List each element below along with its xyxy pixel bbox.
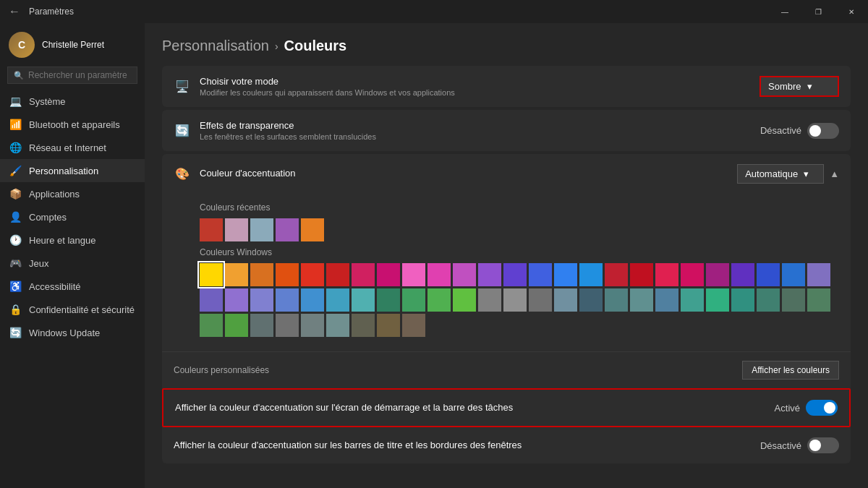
windows-color-swatch[interactable] xyxy=(377,288,400,312)
recent-color-swatch[interactable] xyxy=(276,218,299,241)
reseau-icon: 🌐 xyxy=(9,141,22,154)
windows-color-swatch[interactable] xyxy=(402,314,425,337)
windows-color-swatch[interactable] xyxy=(605,263,628,286)
windows-color-swatch[interactable] xyxy=(731,263,754,286)
windows-color-swatch[interactable] xyxy=(782,288,805,312)
windows-color-swatch[interactable] xyxy=(529,288,552,312)
search-box[interactable]: 🔍 xyxy=(7,67,137,84)
afficher-couleurs-button[interactable]: Afficher les couleurs xyxy=(742,361,839,380)
windows-color-swatch[interactable] xyxy=(782,263,805,286)
restore-button[interactable]: ❐ xyxy=(801,0,835,23)
accessibilite-icon: ♿ xyxy=(9,280,22,293)
windows-color-swatch[interactable] xyxy=(579,263,603,286)
windows-color-swatch[interactable] xyxy=(276,314,299,337)
windows-color-swatch[interactable] xyxy=(681,288,704,312)
windows-color-swatch[interactable] xyxy=(478,288,501,312)
search-input[interactable] xyxy=(28,70,131,80)
windows-color-swatch[interactable] xyxy=(326,314,349,337)
windows-color-swatch[interactable] xyxy=(377,263,400,286)
sidebar-item-bluetooth[interactable]: 📶Bluetooth et appareils xyxy=(0,113,145,136)
accent-collapse-icon[interactable]: ▲ xyxy=(830,168,839,179)
sidebar-item-reseau[interactable]: 🌐Réseau et Internet xyxy=(0,136,145,159)
windows-color-swatch[interactable] xyxy=(276,288,299,312)
windows-color-swatch[interactable] xyxy=(402,288,425,312)
sidebar-nav: 💻Système📶Bluetooth et appareils🌐Réseau e… xyxy=(0,87,145,488)
windows-color-swatch[interactable] xyxy=(352,314,375,337)
sidebar-item-windows_update[interactable]: 🔄Windows Update xyxy=(0,321,145,344)
windows-color-swatch[interactable] xyxy=(605,288,628,312)
confidentialite-label: Confidentialité et sécurité xyxy=(29,304,135,315)
back-button[interactable]: ← xyxy=(9,5,20,18)
mode-dropdown[interactable]: Sombre ▾ xyxy=(760,76,839,97)
windows-color-swatch[interactable] xyxy=(200,314,223,337)
recent-color-swatch[interactable] xyxy=(301,218,324,241)
windows-color-swatch[interactable] xyxy=(301,314,324,337)
windows-colors-title: Couleurs Windows xyxy=(200,247,839,257)
windows-color-swatch[interactable] xyxy=(352,263,375,286)
windows-color-swatch[interactable] xyxy=(453,288,476,312)
windows-color-swatch[interactable] xyxy=(478,263,501,286)
windows-color-swatch[interactable] xyxy=(377,314,400,337)
windows-color-swatch[interactable] xyxy=(352,288,375,312)
windows-color-swatch[interactable] xyxy=(630,288,653,312)
windows-color-swatch[interactable] xyxy=(250,314,273,337)
breadcrumb-parent[interactable]: Personnalisation xyxy=(162,38,269,54)
windows-color-swatch[interactable] xyxy=(655,263,678,286)
windows-color-swatch[interactable] xyxy=(427,288,451,312)
windows-color-swatch[interactable] xyxy=(427,263,451,286)
windows-color-swatch[interactable] xyxy=(630,263,653,286)
windows-color-swatch[interactable] xyxy=(706,288,729,312)
recent-color-swatch[interactable] xyxy=(200,218,223,241)
recent-color-swatch[interactable] xyxy=(250,218,273,241)
windows-color-swatch[interactable] xyxy=(250,263,273,286)
windows-color-swatch[interactable] xyxy=(200,288,223,312)
windows-color-swatch[interactable] xyxy=(731,288,754,312)
sidebar-item-applications[interactable]: 📦Applications xyxy=(0,182,145,205)
windows-color-swatch[interactable] xyxy=(326,288,349,312)
windows-color-swatch[interactable] xyxy=(402,263,425,286)
avatar[interactable]: C xyxy=(9,32,35,58)
windows-color-swatch[interactable] xyxy=(453,263,476,286)
windows-color-swatch[interactable] xyxy=(579,288,603,312)
windows-color-swatch[interactable] xyxy=(681,263,704,286)
windows-color-swatch[interactable] xyxy=(301,263,324,286)
windows-color-swatch[interactable] xyxy=(225,263,248,286)
confidentialite-icon: 🔒 xyxy=(9,303,22,316)
close-button[interactable]: ✕ xyxy=(835,0,868,23)
title-borders-toggle[interactable] xyxy=(807,437,839,453)
windows-color-swatch[interactable] xyxy=(250,288,273,312)
transparency-toggle[interactable] xyxy=(807,123,839,139)
minimize-button[interactable]: — xyxy=(768,0,801,23)
sidebar-item-systeme[interactable]: 💻Système xyxy=(0,90,145,113)
sidebar-item-comptes[interactable]: 👤Comptes xyxy=(0,205,145,228)
windows-color-swatch[interactable] xyxy=(200,263,223,286)
windows-color-swatch[interactable] xyxy=(276,263,299,286)
windows-color-swatch[interactable] xyxy=(529,263,552,286)
sidebar-item-confidentialite[interactable]: 🔒Confidentialité et sécurité xyxy=(0,298,145,321)
taskbar-accent-toggle[interactable] xyxy=(806,400,838,416)
windows-color-swatch[interactable] xyxy=(757,263,780,286)
windows-color-swatch[interactable] xyxy=(757,288,780,312)
main-layout: C Christelle Perret 🔍 💻Système📶Bluetooth… xyxy=(0,23,868,488)
sidebar-item-jeux[interactable]: 🎮Jeux xyxy=(0,252,145,275)
windows-color-swatch[interactable] xyxy=(706,263,729,286)
windows-color-swatch[interactable] xyxy=(225,288,248,312)
sidebar-item-heure[interactable]: 🕐Heure et langue xyxy=(0,228,145,252)
windows-color-swatch[interactable] xyxy=(225,314,248,337)
windows-color-swatch[interactable] xyxy=(655,288,678,312)
recent-color-swatch[interactable] xyxy=(225,218,248,241)
sidebar-item-accessibilite[interactable]: ♿Accessibilité xyxy=(0,275,145,298)
windows-color-swatch[interactable] xyxy=(301,288,324,312)
windows-color-swatch[interactable] xyxy=(503,263,527,286)
sidebar-item-personnalisation[interactable]: 🖌️Personnalisation xyxy=(0,159,145,182)
accent-dropdown[interactable]: Automatique ▾ xyxy=(737,164,824,184)
recent-colors-grid xyxy=(200,218,839,241)
windows-color-swatch[interactable] xyxy=(503,288,527,312)
accent-header: 🎨 Couleur d'accentuation Automatique ▾ ▲ xyxy=(162,154,851,194)
windows-color-swatch[interactable] xyxy=(807,263,830,286)
windows-color-swatch[interactable] xyxy=(807,288,830,312)
systeme-label: Système xyxy=(29,96,66,107)
windows-color-swatch[interactable] xyxy=(554,263,577,286)
windows-color-swatch[interactable] xyxy=(326,263,349,286)
windows-color-swatch[interactable] xyxy=(554,288,577,312)
